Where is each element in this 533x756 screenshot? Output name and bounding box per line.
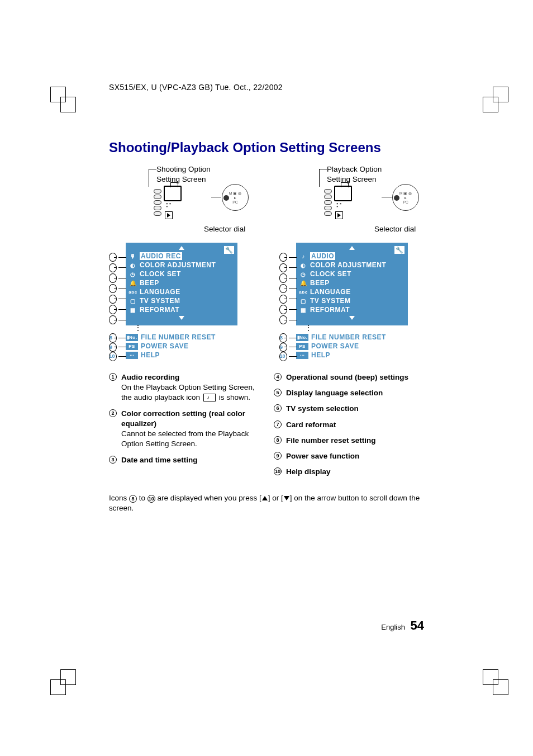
desc-num: 9 (274, 452, 282, 460)
menu-item[interactable]: ▢TV SYSTEM (129, 297, 234, 305)
menu-item[interactable]: ⋯HELP (296, 351, 408, 359)
powersave-icon: PS (296, 343, 308, 350)
desc-num: 8 (274, 436, 282, 444)
bell-icon: 🔔 (299, 280, 307, 286)
menu-num: 5 (109, 295, 117, 304)
desc-title: Audio recording (121, 372, 257, 382)
menu-item[interactable]: PSPOWER SAVE (126, 342, 237, 350)
menu-num: 9 (279, 343, 287, 352)
desc-text: Cannot be selected from the Playback Opt… (121, 429, 249, 448)
menu-num: 2 (109, 263, 117, 272)
menu-item[interactable]: 🎙AUDIO REC (129, 252, 234, 260)
page-number: 54 (411, 618, 424, 632)
menu-item[interactable]: PSPOWER SAVE (296, 342, 408, 350)
menu-num: 3 (279, 273, 287, 282)
menu-item[interactable]: ⋯HELP (126, 351, 237, 359)
menu-num: 2 (279, 263, 287, 272)
page-header: SX515/EX, U (VPC-AZ3 GB) Tue. Oct., 22/2… (109, 83, 283, 92)
footer-lang: English (381, 623, 405, 631)
help-icon: ⋯ (296, 352, 308, 359)
menu-item[interactable]: abcLANGUAGE (129, 288, 234, 296)
powersave-icon: PS (126, 343, 138, 350)
menu-item[interactable]: ◐COLOR ADJUSTMENT (129, 261, 234, 269)
menu-item[interactable]: abcLANGUAGE (299, 288, 404, 296)
desc-item: 9Power save function (274, 451, 422, 461)
menu-item[interactable]: ▦REFORMAT (299, 306, 404, 314)
page-title: Shooting/Playback Option Setting Screens (109, 140, 422, 155)
desc-title: Card reformat (286, 420, 422, 430)
desc-item: 5Display language selection (274, 388, 422, 398)
menu-num: 8 (109, 333, 117, 343)
desc-item: 6TV system selection (274, 404, 422, 414)
audio-icon: ♪ (299, 253, 307, 259)
desc-title: Help display (286, 467, 422, 477)
menu-item[interactable]: ◷CLOCK SET (299, 270, 404, 278)
desc-item: 2 Color correction setting (real color e… (109, 409, 257, 450)
shooting-menu-screen: 🔧 1 2 3 4 5 6 7 🎙AUDIO REC ◐COLOR ADJUST… (126, 243, 237, 325)
desc-num: 7 (274, 420, 282, 428)
fileno-icon: ▮No. (126, 334, 138, 341)
menu-num: 5 (279, 295, 287, 304)
menu-num: 1 (109, 253, 117, 262)
menu-item[interactable]: ▮No.FILE NUMBER RESET (296, 333, 408, 341)
playback-label-1: Playback Option (327, 165, 382, 173)
playback-extra-menu: 8 9 10 ▮No.FILE NUMBER RESET PSPOWER SAV… (296, 325, 408, 359)
desc-num: 1 (109, 373, 117, 381)
menu-item[interactable]: ▦REFORMAT (129, 306, 234, 314)
menu-num: 4 (109, 284, 117, 293)
palette-icon: ◐ (129, 262, 137, 268)
desc-title: Date and time setting (121, 455, 257, 465)
desc-item: 10Help display (274, 467, 422, 477)
desc-title: Color correction setting (real color equ… (121, 409, 257, 429)
language-icon: abc (129, 289, 137, 295)
desc-num: 3 (109, 456, 117, 464)
desc-text: is shown. (219, 393, 250, 401)
menu-item[interactable]: ♪AUDIO (299, 252, 404, 260)
menu-num: 7 (109, 315, 117, 324)
menu-item[interactable]: ◷CLOCK SET (129, 270, 234, 278)
desc-title: Operational sound (beep) settings (286, 372, 422, 382)
selector-dial-icon: M ▣ ◍▸PC (392, 184, 419, 211)
menu-item[interactable]: 🔔BEEP (299, 279, 404, 287)
card-icon: ▦ (129, 306, 137, 313)
desc-title: Power save function (286, 451, 422, 461)
up-arrow-icon (262, 496, 268, 500)
desc-num: 6 (274, 404, 282, 412)
language-icon: abc (299, 289, 307, 295)
desc-item: 1 Audio recording On the Playback Option… (109, 372, 257, 403)
playback-menu-screen: 🔧 1 2 3 4 5 6 7 ♪AUDIO ◐COLOR ADJUSTMENT… (296, 243, 408, 325)
menu-num: 9 (109, 343, 117, 352)
device-icon: ▪ ▪▪ (154, 186, 182, 220)
shooting-label-2: Setting Screen (156, 175, 206, 183)
desc-num: 5 (274, 389, 282, 396)
menu-num: 1 (279, 253, 287, 262)
wrench-icon: 🔧 (394, 246, 404, 254)
menu-item[interactable]: 🔔BEEP (129, 279, 234, 287)
clock-icon: ◷ (129, 271, 137, 277)
menu-num: 8 (279, 333, 287, 343)
mic-icon: 🎙 (129, 253, 137, 259)
tv-icon: ▢ (129, 297, 137, 304)
clock-icon: ◷ (299, 271, 307, 277)
menu-num: 3 (109, 273, 117, 282)
desc-item: 7Card reformat (274, 420, 422, 430)
footnote: Icons 8 to 10 are displayed when you pre… (109, 493, 422, 514)
desc-item: 4Operational sound (beep) settings (274, 372, 422, 382)
footnote-num: 10 (147, 495, 155, 503)
footnote-num: 8 (129, 495, 137, 503)
shooting-dial-block: Shooting Option Setting Screen ▪ ▪▪ M ▣ … (109, 164, 251, 237)
menu-num: 10 (109, 352, 117, 361)
menu-item[interactable]: ◐COLOR ADJUSTMENT (299, 261, 404, 269)
selector-dial-icon: M ▣ ◍▸PC (222, 184, 249, 211)
menu-item[interactable]: ▢TV SYSTEM (299, 297, 404, 305)
palette-icon: ◐ (299, 262, 307, 268)
playback-dial-block: Playback Option Setting Screen ▪ ▪▪ M ▣ … (279, 164, 422, 237)
selector-dial-label: Selector dial (374, 225, 416, 233)
menu-num: 7 (279, 315, 287, 324)
wrench-icon: 🔧 (224, 246, 234, 254)
menu-item[interactable]: ▮No.FILE NUMBER RESET (126, 333, 237, 341)
page-footer: English 54 (381, 618, 424, 633)
desc-title: File number reset setting (286, 436, 422, 446)
desc-num: 10 (274, 467, 282, 475)
playback-label-2: Setting Screen (327, 175, 377, 183)
